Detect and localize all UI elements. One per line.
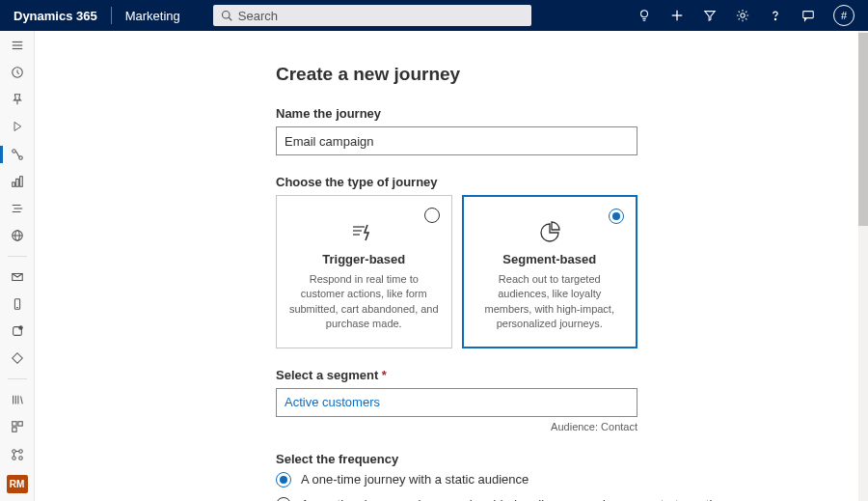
globe-icon[interactable] <box>10 229 25 242</box>
svg-rect-37 <box>12 422 15 426</box>
chat-icon[interactable] <box>800 8 816 23</box>
top-navigation-bar: Dynamics 365 Marketing Search # <box>0 0 868 31</box>
add-icon[interactable] <box>669 8 685 23</box>
content-area: Create a new journey Name the journey Ch… <box>35 31 868 501</box>
app-brand[interactable]: Dynamics 365 <box>0 9 111 23</box>
svg-rect-18 <box>12 182 14 186</box>
type-label: Choose the type of journey <box>276 175 864 189</box>
svg-point-31 <box>18 326 22 330</box>
triggers-icon[interactable] <box>10 202 25 215</box>
journeys-icon[interactable] <box>10 148 25 161</box>
svg-point-9 <box>774 18 775 19</box>
svg-marker-15 <box>14 123 21 131</box>
analytics-icon[interactable] <box>10 175 25 188</box>
forms-icon[interactable] <box>10 351 25 365</box>
segment-based-card[interactable]: Segment-based Reach out to targeted audi… <box>462 195 638 348</box>
library-icon[interactable] <box>10 393 25 406</box>
svg-marker-32 <box>12 353 22 364</box>
search-icon <box>221 10 232 21</box>
journey-name-input[interactable] <box>276 126 637 155</box>
app-area[interactable]: Marketing <box>112 9 194 23</box>
radio-icon <box>276 472 291 487</box>
svg-point-43 <box>18 456 22 459</box>
svg-point-8 <box>741 14 745 17</box>
gear-icon[interactable] <box>735 8 750 23</box>
segment-card-title: Segment-based <box>475 252 626 266</box>
scrollbar-thumb[interactable] <box>858 33 868 226</box>
email-icon[interactable] <box>10 270 25 284</box>
trigger-icon <box>288 221 440 244</box>
svg-point-42 <box>12 456 15 459</box>
svg-rect-10 <box>803 12 814 18</box>
svg-rect-19 <box>15 179 18 186</box>
trigger-based-card[interactable]: Trigger-based Respond in real time to cu… <box>276 195 452 348</box>
trigger-radio <box>424 208 440 223</box>
radio-icon <box>276 497 291 501</box>
frequency-label: Select the frequency <box>276 452 864 466</box>
push-icon[interactable] <box>10 324 25 338</box>
svg-point-41 <box>18 449 22 453</box>
play-icon[interactable] <box>10 120 25 133</box>
svg-line-1 <box>229 17 231 20</box>
segment-label: Select a segment * <box>276 368 864 382</box>
svg-line-36 <box>20 397 22 404</box>
filter-icon[interactable] <box>702 8 718 23</box>
recent-icon[interactable] <box>10 66 25 79</box>
help-icon[interactable] <box>768 8 783 23</box>
templates-icon[interactable] <box>10 420 25 433</box>
svg-point-16 <box>12 149 15 153</box>
connectors-icon[interactable] <box>10 448 25 461</box>
svg-rect-20 <box>19 176 22 186</box>
user-avatar[interactable]: # <box>833 5 854 26</box>
svg-point-2 <box>641 11 648 17</box>
trigger-card-desc: Respond in real time to customer actions… <box>288 272 440 332</box>
trigger-card-title: Trigger-based <box>288 252 440 266</box>
sms-icon[interactable] <box>10 297 25 311</box>
svg-rect-39 <box>12 428 15 431</box>
audience-hint: Audience: Contact <box>276 421 637 432</box>
side-navigation: RM <box>0 31 35 501</box>
segment-radio <box>609 209 624 224</box>
frequency-one-time-static[interactable]: A one-time journey with a static audienc… <box>276 472 864 487</box>
pinned-icon[interactable] <box>10 93 25 106</box>
svg-point-0 <box>222 12 230 19</box>
segment-input[interactable] <box>276 388 637 417</box>
global-search[interactable]: Search <box>213 5 531 26</box>
page-title: Create a new journey <box>276 64 864 85</box>
scrollbar[interactable] <box>858 31 868 501</box>
svg-marker-7 <box>705 12 716 21</box>
name-label: Name the journey <box>276 106 864 121</box>
svg-rect-38 <box>17 422 21 426</box>
frequency-one-time-dynamic[interactable]: A one-time journey where newly added aud… <box>276 497 864 501</box>
lightbulb-icon[interactable] <box>637 8 652 23</box>
topbar-actions: # <box>637 5 868 26</box>
search-placeholder: Search <box>238 9 278 23</box>
menu-icon[interactable] <box>10 39 25 52</box>
segment-icon <box>475 221 626 244</box>
area-switcher[interactable]: RM <box>7 475 28 493</box>
svg-point-40 <box>12 449 15 453</box>
segment-card-desc: Reach out to targeted audiences, like lo… <box>475 272 626 332</box>
